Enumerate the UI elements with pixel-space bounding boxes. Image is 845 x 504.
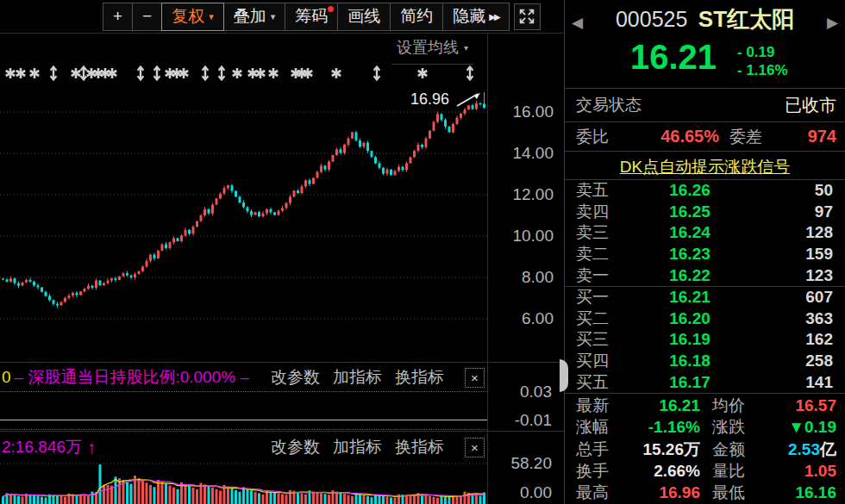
candle	[126, 271, 128, 277]
stat-value: 16.96	[623, 483, 700, 502]
toolbar-button-label: 复权	[172, 5, 204, 28]
candle	[56, 302, 59, 308]
high-price-annotation: 16.96	[410, 90, 449, 109]
trade-status-label: 交易状态	[576, 94, 642, 116]
level-price[interactable]: 16.18	[626, 352, 754, 370]
fullscreen-expand-button[interactable]	[514, 3, 541, 30]
indicator-links: 改参数加指标换指标×	[271, 366, 485, 389]
close-panel-button[interactable]: ×	[465, 368, 485, 388]
toolbar-button-叠加[interactable]: 叠加▾	[223, 3, 286, 31]
volume-bar	[475, 495, 478, 504]
event-arrows-marker	[51, 67, 57, 80]
toolbar-button-复权[interactable]: 复权▾	[161, 3, 224, 31]
level-price[interactable]: 16.21	[626, 288, 754, 307]
volume-bar	[185, 484, 187, 504]
volume-bar	[328, 495, 330, 504]
volume-panel[interactable]: 2:16.846万 ↑ 改参数加指标换指标× 58.200.00	[0, 431, 564, 504]
volume-bar	[153, 487, 156, 504]
order-book-row: 买五16.17141	[565, 371, 845, 393]
toolbar-button-画线[interactable]: 画线	[337, 3, 391, 31]
volume-bar	[312, 492, 315, 504]
toolbar-button-筹码[interactable]: 筹码	[285, 3, 338, 31]
link-换指标[interactable]: 换指标	[395, 436, 444, 458]
order-book-row: 卖三16.24128	[565, 222, 845, 244]
stat-value: 16.57	[759, 396, 836, 415]
indicator-tick-label: -0.01	[491, 411, 552, 430]
level-price[interactable]: 16.20	[626, 309, 754, 328]
candle	[452, 122, 454, 133]
volume-bar	[285, 495, 288, 504]
dk-signal-link[interactable]: DK点自动提示涨跌信号	[565, 156, 845, 178]
stat-value: 16.21	[623, 396, 700, 415]
candle	[53, 299, 55, 305]
volume-bar	[273, 493, 276, 504]
stock-title: 000525 ST红太阳	[565, 4, 845, 34]
volume-bar	[37, 496, 40, 504]
stat-label: 总手	[576, 439, 623, 461]
close-panel-button[interactable]: ×	[465, 438, 485, 457]
level-price[interactable]: 16.24	[626, 223, 754, 242]
volume-bar	[227, 487, 229, 504]
volume-bar	[41, 497, 43, 504]
toolbar-button-简约[interactable]: 简约	[390, 3, 443, 31]
volume-bar	[146, 482, 148, 504]
volume-bar	[84, 495, 86, 504]
stat-row: 最新16.21均价16.57	[565, 395, 845, 416]
toolbar-button-隐藏[interactable]: 隐藏▶▶	[442, 3, 509, 31]
level-price[interactable]: 16.26	[626, 181, 754, 200]
candle	[270, 208, 272, 215]
link-改参数[interactable]: 改参数	[271, 436, 320, 458]
candle	[33, 281, 35, 287]
volume-bar	[22, 496, 24, 504]
indicator-legend: – 深股通当日持股比例:0.000% –	[15, 366, 249, 389]
volume-bar	[456, 495, 459, 504]
volume-bar	[436, 498, 439, 504]
candle	[247, 206, 249, 213]
volume-bar	[211, 488, 214, 504]
level-label: 卖五	[576, 179, 626, 202]
panel-collapse-handle[interactable]	[560, 359, 568, 392]
candle	[87, 283, 90, 290]
price-tick-label: 16.00	[493, 103, 554, 121]
toolbar-button-+[interactable]: +	[103, 3, 133, 31]
level-price[interactable]: 16.17	[626, 373, 754, 392]
candle	[262, 211, 265, 218]
volume-bar	[219, 491, 222, 504]
ma-setting-dropdown[interactable]: 设置均线 ▾	[391, 37, 473, 65]
candle	[45, 290, 47, 296]
volume-bar	[177, 489, 179, 504]
candle	[289, 195, 291, 205]
stat-value-unit: 亿	[820, 440, 836, 458]
candlestick-chart[interactable]	[0, 34, 487, 362]
candle	[355, 131, 358, 141]
level-price[interactable]: 16.22	[626, 266, 754, 285]
link-改参数[interactable]: 改参数	[271, 366, 320, 389]
candle	[301, 184, 304, 195]
link-加指标[interactable]: 加指标	[333, 436, 382, 458]
link-换指标[interactable]: 换指标	[395, 366, 444, 389]
main-chart-area[interactable]: 设置均线 ▾ 16.96	[0, 34, 487, 362]
candle	[72, 292, 74, 297]
volume-bar	[335, 492, 338, 504]
volume-bar	[413, 496, 416, 504]
candle	[347, 137, 350, 147]
candle	[91, 285, 94, 289]
level-price[interactable]: 16.19	[626, 330, 754, 349]
stat-value-number: ▼0.19	[788, 418, 836, 436]
candle	[64, 296, 66, 302]
candle	[436, 112, 439, 123]
event-star-marker	[233, 68, 241, 78]
level-price[interactable]: 16.25	[626, 202, 754, 221]
candle	[293, 190, 296, 197]
change-percent: - 1.16%	[737, 61, 788, 79]
ma-setting-label: 设置均线	[397, 37, 459, 58]
toolbar-button-−[interactable]: −	[132, 3, 162, 31]
level-label: 买三	[576, 328, 626, 351]
link-加指标[interactable]: 加指标	[333, 366, 382, 389]
level-price[interactable]: 16.23	[626, 245, 754, 264]
candle	[266, 208, 268, 215]
hk-connect-indicator-panel[interactable]: 0 – 深股通当日持股比例:0.000% – 改参数加指标换指标× 0.03-0…	[0, 362, 564, 431]
candle	[425, 137, 428, 150]
candle	[37, 283, 40, 289]
event-star-marker	[6, 68, 15, 78]
